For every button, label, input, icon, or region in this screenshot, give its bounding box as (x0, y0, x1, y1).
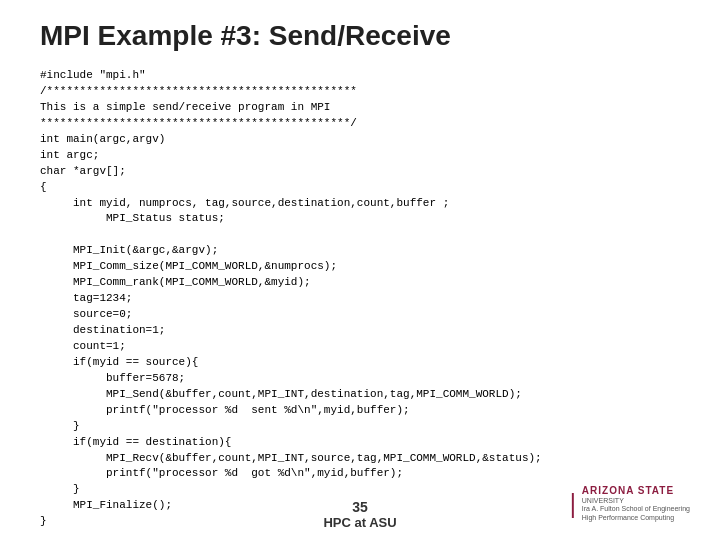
slide-title: MPI Example #3: Send/Receive (40, 20, 680, 52)
asu-line2: UNIVERSITY (582, 497, 624, 505)
asu-subtext1: Ira A. Fulton School of Engineering (582, 505, 690, 513)
footer: 35 HPC at ASU | ARIZONA STATE UNIVERSITY… (0, 499, 720, 530)
asu-subtext2: High Performance Computing (582, 514, 674, 522)
asu-pitchfork-icon: | (570, 489, 576, 517)
asu-line1: ARIZONA STATE (582, 485, 674, 497)
slide-container: MPI Example #3: Send/Receive #include "m… (0, 0, 720, 540)
asu-text-block: ARIZONA STATE UNIVERSITY Ira A. Fulton S… (582, 485, 690, 522)
asu-logo: | ARIZONA STATE UNIVERSITY Ira A. Fulton… (570, 485, 690, 522)
logo-wrapper: | ARIZONA STATE UNIVERSITY Ira A. Fulton… (570, 485, 690, 522)
code-block: #include "mpi.h" /**********************… (40, 68, 680, 530)
